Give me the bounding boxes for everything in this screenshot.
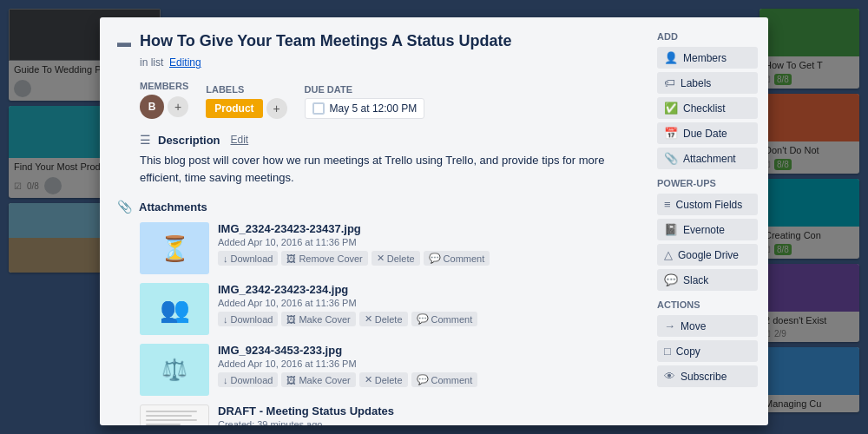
- modal-overlay[interactable]: ▬ How To Give Your Team Meetings A Statu…: [0, 0, 868, 434]
- add-labels-button[interactable]: 🏷 Labels: [657, 72, 758, 94]
- attachment-name: IMG_9234-3453-233.jpg: [218, 344, 633, 357]
- attachments-title: Attachments: [139, 201, 207, 214]
- person-icon: 👤: [664, 51, 678, 64]
- download-icon: ↓: [223, 375, 228, 385]
- custom-fields-icon: ≡: [664, 198, 671, 211]
- add-due-date-button[interactable]: 📅 Due Date: [657, 122, 758, 144]
- copy-icon: □: [664, 345, 671, 358]
- evernote-button[interactable]: 📓 Evernote: [657, 219, 758, 240]
- download-button[interactable]: ↓ Download: [218, 372, 278, 387]
- modal-sidebar: Add 👤 Members 🏷 Labels ✅ Checklist 📅 Due…: [647, 17, 768, 425]
- delete-button[interactable]: ✕ Delete: [359, 312, 408, 326]
- hourglass-icon: ⏳: [160, 234, 190, 263]
- download-icon: ↓: [223, 314, 228, 325]
- comment-button[interactable]: 💬 Comment: [411, 372, 478, 387]
- attachment-name: DRAFT - Meeting Status Updates: [218, 404, 633, 418]
- download-button[interactable]: ↓ Download: [218, 251, 278, 266]
- attachment-thumbnail: ⚖️: [140, 344, 209, 396]
- add-section-title: Add: [657, 31, 758, 42]
- move-label: Move: [681, 320, 706, 332]
- attachment-date: Added Apr 10, 2016 at 11:36 PM: [218, 237, 633, 247]
- add-checklist-button[interactable]: ✅ Checklist: [657, 97, 758, 119]
- add-checklist-label: Checklist: [683, 102, 726, 115]
- delete-button[interactable]: ✕ Delete: [372, 251, 420, 266]
- slack-label: Slack: [683, 274, 708, 286]
- scale-icon: ⚖️: [161, 358, 187, 382]
- attachment-date: Created: 39 minutes ago Modified: 35 min…: [218, 419, 633, 425]
- label-icon: 🏷: [664, 76, 675, 89]
- attachment-item: DRAFT - Meeting Status Updates Created: …: [140, 404, 633, 425]
- attachment-info: IMG_2342-23423-234.jpg Added Apr 10, 201…: [218, 283, 633, 335]
- modal-meta: Members B + Labels Product +: [140, 81, 633, 119]
- copy-button[interactable]: □ Copy: [657, 340, 758, 362]
- delete-button[interactable]: ✕ Delete: [359, 372, 408, 387]
- attachment-date: Added Apr 10, 2016 at 11:36 PM: [218, 298, 633, 308]
- members-row: B +: [140, 95, 188, 119]
- move-icon: →: [664, 319, 675, 332]
- attachment-info: IMG_2324-23423-23437.jpg Added Apr 10, 2…: [218, 222, 633, 274]
- avatar: B: [140, 95, 164, 119]
- paperclip-icon: 📎: [664, 152, 678, 165]
- google-drive-button[interactable]: △ Google Drive: [657, 244, 758, 266]
- modal-main: ▬ How To Give Your Team Meetings A Statu…: [100, 17, 647, 425]
- description-text: This blog post will cover how we run mee…: [140, 152, 633, 186]
- due-date-value: May 5 at 12:00 PM: [330, 102, 418, 115]
- subscribe-button[interactable]: 👁 Subscribe: [657, 365, 758, 387]
- add-attachment-button[interactable]: 📎 Attachment: [657, 148, 758, 169]
- card-modal: ▬ How To Give Your Team Meetings A Statu…: [100, 17, 768, 425]
- paperclip-icon: 📎: [117, 200, 132, 214]
- comment-button[interactable]: 💬 Comment: [411, 312, 478, 326]
- slack-button[interactable]: 💬 Slack: [657, 269, 758, 291]
- team-icon: 👥: [160, 295, 190, 324]
- due-date-checkbox[interactable]: [312, 102, 325, 115]
- attachment-item: ⚖️ IMG_9234-3453-233.jpg Added Apr 10, 2…: [140, 344, 633, 396]
- add-label-button[interactable]: +: [266, 98, 287, 119]
- attachment-date: Added Apr 10, 2016 at 11:36 PM: [218, 358, 633, 369]
- comment-icon: 💬: [417, 313, 429, 325]
- card-icon: ▬: [117, 35, 131, 50]
- description-section: ☰ Description Edit This blog post will c…: [140, 133, 633, 186]
- comment-icon: 💬: [417, 374, 429, 385]
- comment-icon: 💬: [429, 253, 441, 264]
- download-button[interactable]: ↓ Download: [218, 312, 278, 326]
- description-icon: ☰: [140, 133, 151, 147]
- attachment-thumbnail: ⏳: [140, 222, 209, 274]
- attachment-actions: ↓ Download 🖼 Remove Cover ✕ Delete 💬 Com…: [218, 251, 633, 266]
- x-icon: ✕: [365, 313, 372, 325]
- attachment-info: DRAFT - Meeting Status Updates Created: …: [218, 404, 633, 425]
- image-icon: 🖼: [286, 253, 296, 264]
- due-date-picker[interactable]: May 5 at 12:00 PM: [305, 98, 425, 119]
- calendar-icon: 📅: [664, 127, 678, 140]
- add-member-button[interactable]: +: [168, 96, 188, 117]
- comment-button[interactable]: 💬 Comment: [424, 251, 490, 266]
- attachment-item: ⏳ IMG_2324-23423-23437.jpg Added Apr 10,…: [140, 222, 633, 274]
- doc-preview: [141, 405, 208, 425]
- description-header: ☰ Description Edit: [140, 133, 633, 147]
- label-tag[interactable]: Product: [206, 99, 262, 118]
- add-due-date-label: Due Date: [683, 128, 727, 140]
- make-cover-button[interactable]: 🖼 Make Cover: [281, 372, 355, 387]
- google-drive-icon: △: [664, 248, 673, 261]
- custom-fields-label: Custom Fields: [676, 199, 743, 211]
- attachment-thumbnail: 👥: [140, 283, 209, 335]
- evernote-label: Evernote: [683, 224, 725, 236]
- subtitle-prefix: in list: [140, 56, 163, 69]
- make-cover-button[interactable]: 🖼 Make Cover: [281, 312, 355, 326]
- doc-line: [146, 419, 197, 421]
- eye-icon: 👁: [664, 370, 675, 383]
- edit-description-link[interactable]: Edit: [231, 134, 249, 146]
- attachment-item: 👥 IMG_2342-23423-234.jpg Added Apr 10, 2…: [140, 283, 633, 335]
- move-button[interactable]: → Move: [657, 315, 758, 337]
- x-icon: ✕: [377, 253, 385, 264]
- attachment-info: IMG_9234-3453-233.jpg Added Apr 10, 2016…: [218, 344, 633, 396]
- add-attachment-label: Attachment: [683, 153, 736, 165]
- evernote-icon: 📓: [664, 223, 678, 236]
- custom-fields-button[interactable]: ≡ Custom Fields: [657, 194, 758, 215]
- modal-header: ▬ How To Give Your Team Meetings A Statu…: [117, 31, 633, 51]
- attachment-actions: ↓ Download 🖼 Make Cover ✕ Delete 💬 Comme…: [218, 372, 633, 387]
- due-date-label: Due Date: [305, 84, 425, 95]
- remove-cover-button[interactable]: 🖼 Remove Cover: [281, 251, 367, 266]
- x-icon: ✕: [365, 374, 372, 385]
- list-name-link[interactable]: Editing: [169, 56, 201, 69]
- add-members-button[interactable]: 👤 Members: [657, 47, 758, 69]
